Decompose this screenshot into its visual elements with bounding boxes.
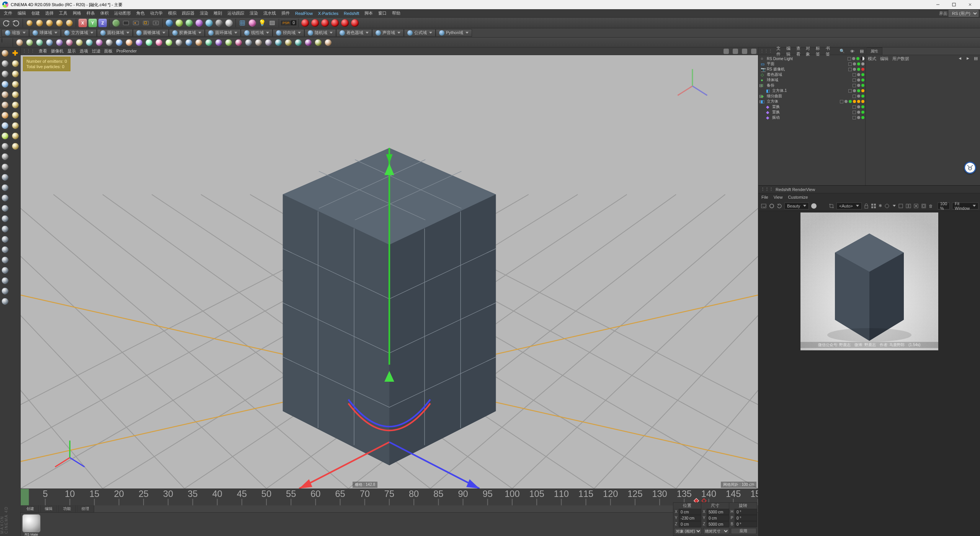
def-icon-13[interactable] [144,38,154,47]
rs-snow-icon[interactable]: ✱ [879,202,882,210]
tree-row[interactable]: ⊟◧立方体 [758,99,865,104]
left2-grid3-icon[interactable] [11,121,20,130]
timeline-ruler[interactable]: 0510152025303540455055606570758085909510… [21,489,758,496]
rs-2-icon[interactable] [310,18,320,28]
menu-动力学[interactable]: 动力学 [148,10,165,17]
menu-窗口[interactable]: 窗口 [376,10,389,17]
rs-lock-icon[interactable] [864,202,869,210]
menu-编辑[interactable]: 编辑 [15,10,28,17]
left-cursor-icon[interactable] [0,59,10,68]
tree-row[interactable]: ◆振动 [758,115,865,120]
axis-z-button[interactable]: Z [98,18,107,28]
menu-样条[interactable]: 样条 [84,10,97,17]
def-icon-15[interactable] [164,38,173,47]
left-c12-icon[interactable] [0,286,10,296]
field-9[interactable]: 随机域 [304,29,336,37]
coord-mode-size[interactable]: 绝对尺寸 [703,528,729,534]
def-icon-5[interactable] [65,38,74,47]
left-c8-icon[interactable] [0,245,10,254]
minimize-button[interactable] [930,0,946,9]
field-6[interactable]: 圆环体域 [205,29,241,37]
def-icon-18[interactable] [194,38,203,47]
def-icon-10[interactable] [114,38,124,47]
psr-reset[interactable]: PSR0 [281,20,296,25]
material-thumbnail[interactable] [22,514,41,533]
left-help-icon[interactable] [0,49,10,58]
close-button[interactable] [962,0,978,9]
tree-row[interactable]: ◆置换 [758,104,865,109]
last-tool-icon[interactable]: ✦ [65,18,74,28]
def-icon-30[interactable] [314,38,323,47]
render-view-icon[interactable] [121,18,131,28]
tree-row[interactable]: ▭平面 [758,61,865,67]
def-icon-12[interactable] [134,38,144,47]
mat-tab-编辑[interactable]: 编辑 [40,505,57,512]
attr-up-icon[interactable]: ▤ [974,56,978,61]
vp-menu-ProRender[interactable]: ProRender [116,49,137,53]
axis-y-button[interactable]: Y [88,18,97,28]
field-11[interactable]: 声音域 [372,29,404,37]
left-c2-icon[interactable] [0,183,10,192]
generator-icon[interactable] [185,18,194,28]
def-icon-3[interactable] [45,38,54,47]
rs-menu-Customize[interactable]: Customize [788,195,808,199]
vp-nav-4-icon[interactable] [751,49,756,54]
left2-dot-icon[interactable] [11,90,20,99]
field-5[interactable]: 胶囊体域 [169,29,205,37]
tree-row[interactable]: ◇着色器域 [758,72,865,77]
def-icon-25[interactable] [264,38,273,47]
rs-zoom[interactable]: 100 % [938,203,950,209]
select-tool-icon[interactable]: ↖ [25,18,34,28]
left2-grid5-icon[interactable] [11,142,20,151]
mograph-icon[interactable] [248,18,257,28]
left2-curve-icon[interactable] [11,80,20,89]
rs-pick-icon[interactable] [884,202,890,210]
tree-row[interactable]: ○RS Dome Light [758,56,865,61]
redo-icon[interactable] [11,18,21,28]
menu-渲染[interactable]: 渲染 [198,10,211,17]
om-eye-icon[interactable]: 👁 [850,49,854,54]
def-icon-17[interactable] [184,38,193,47]
def-icon-27[interactable] [284,38,293,47]
move-tool-icon[interactable] [35,18,44,28]
rs-grid-icon[interactable] [871,202,876,210]
def-icon-1[interactable] [25,38,34,47]
left-c11-icon[interactable] [0,276,10,285]
def-icon-28[interactable] [294,38,303,47]
tag-icon[interactable] [268,18,277,28]
attr-prev-icon[interactable]: ◄ [958,56,962,61]
render-region-icon[interactable] [141,18,150,28]
menu-雕刻[interactable]: 雕刻 [211,10,224,17]
render-pict-icon[interactable] [131,18,140,28]
left-c1-icon[interactable] [0,173,10,182]
def-icon-20[interactable] [214,38,223,47]
menu-脚本[interactable]: 脚本 [362,10,375,17]
left-S-icon[interactable] [0,131,10,141]
rs-crop-icon[interactable] [829,202,834,210]
mat-tab-创建[interactable]: 创建 [21,505,39,512]
menu-流水线[interactable]: 流水线 [261,10,278,17]
menu-体积[interactable]: 体积 [98,10,111,17]
rs-3-icon[interactable] [320,18,330,28]
vp-nav-1-icon[interactable] [724,49,729,54]
field-4[interactable]: 圆锥体域 [133,29,169,37]
menu-帮助[interactable]: 帮助 [390,10,403,17]
field-8[interactable]: 径向域 [273,29,304,37]
tree-row[interactable]: ⊟◈细分曲面 [758,93,865,99]
left-mouse-icon[interactable] [0,121,10,130]
light-icon[interactable] [224,18,234,28]
left2-grid2-icon[interactable] [11,111,20,120]
left-c13-icon[interactable] [0,297,10,306]
rs-menu-File[interactable]: File [761,195,768,199]
menu-Redshift[interactable]: Redshift [341,10,361,16]
def-icon-31[interactable] [323,38,333,47]
menu-创建[interactable]: 创建 [29,10,42,17]
left-c3-icon[interactable] [0,193,10,203]
field-2[interactable]: 立方体域 [61,29,97,37]
left2-grid1-icon[interactable] [11,100,20,109]
rs-6-icon[interactable] [350,18,359,28]
menu-模拟[interactable]: 模拟 [166,10,179,17]
coord-system-icon[interactable] [111,18,121,28]
field-7[interactable]: 线性域 [241,29,273,37]
rs-snap-b-icon[interactable] [921,202,926,210]
